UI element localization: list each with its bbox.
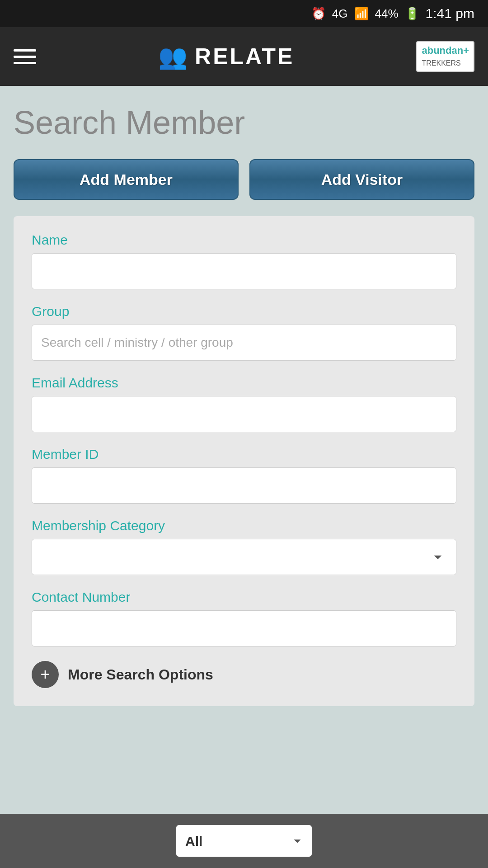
logo-icon: 👥 bbox=[158, 43, 188, 71]
hamburger-menu[interactable] bbox=[14, 49, 36, 64]
plus-icon: + bbox=[32, 661, 59, 688]
brand-badge: abundan+ TREKKERS bbox=[416, 41, 474, 72]
brand-line2: TREKKERS bbox=[422, 59, 460, 67]
group-field-group: Group bbox=[32, 304, 456, 361]
search-form: Name Group Email Address Member ID Membe… bbox=[14, 216, 474, 706]
member-id-input[interactable] bbox=[32, 467, 456, 504]
alarm-icon: ⏰ bbox=[311, 7, 326, 21]
email-field-group: Email Address bbox=[32, 375, 456, 432]
brand-line1: abundan bbox=[422, 45, 463, 56]
status-bar: ⏰ 4G 📶 44% 🔋 1:41 pm bbox=[0, 0, 488, 27]
email-label: Email Address bbox=[32, 375, 456, 391]
network-indicator: 4G bbox=[332, 7, 348, 21]
action-buttons-row: Add Member Add Visitor bbox=[14, 159, 474, 200]
group-input[interactable] bbox=[32, 325, 456, 361]
signal-icon: 📶 bbox=[354, 7, 369, 21]
page-title: Search Member bbox=[14, 104, 474, 141]
battery-level: 44% bbox=[375, 7, 399, 21]
app-header: 👥 RELATE abundan+ TREKKERS bbox=[0, 27, 488, 86]
battery-icon: 🔋 bbox=[405, 7, 419, 21]
filter-select-wrapper: All Active Inactive bbox=[176, 825, 312, 857]
more-search-label: More Search Options bbox=[68, 666, 213, 683]
contact-number-label: Contact Number bbox=[32, 590, 456, 605]
time-display: 1:41 pm bbox=[426, 6, 474, 21]
logo-text: RELATE bbox=[195, 43, 294, 70]
page-content: Search Member Add Member Add Visitor Nam… bbox=[0, 86, 488, 814]
contact-number-input[interactable] bbox=[32, 610, 456, 646]
membership-category-select[interactable]: Member Visitor Regular bbox=[32, 539, 456, 575]
membership-category-field-group: Membership Category Member Visitor Regul… bbox=[32, 518, 456, 575]
contact-number-field-group: Contact Number bbox=[32, 590, 456, 646]
member-id-field-group: Member ID bbox=[32, 447, 456, 504]
name-input[interactable] bbox=[32, 253, 456, 289]
add-visitor-button[interactable]: Add Visitor bbox=[249, 159, 474, 200]
logo-area: 👥 RELATE bbox=[158, 43, 294, 71]
brand-plus: + bbox=[463, 45, 469, 56]
more-search-options[interactable]: + More Search Options bbox=[32, 661, 456, 688]
email-input[interactable] bbox=[32, 396, 456, 432]
bottom-bar: All Active Inactive bbox=[0, 814, 488, 868]
filter-select[interactable]: All Active Inactive bbox=[176, 825, 312, 857]
membership-category-label: Membership Category bbox=[32, 518, 456, 533]
name-label: Name bbox=[32, 232, 456, 248]
name-field-group: Name bbox=[32, 232, 456, 289]
member-id-label: Member ID bbox=[32, 447, 456, 462]
add-member-button[interactable]: Add Member bbox=[14, 159, 239, 200]
group-label: Group bbox=[32, 304, 456, 319]
